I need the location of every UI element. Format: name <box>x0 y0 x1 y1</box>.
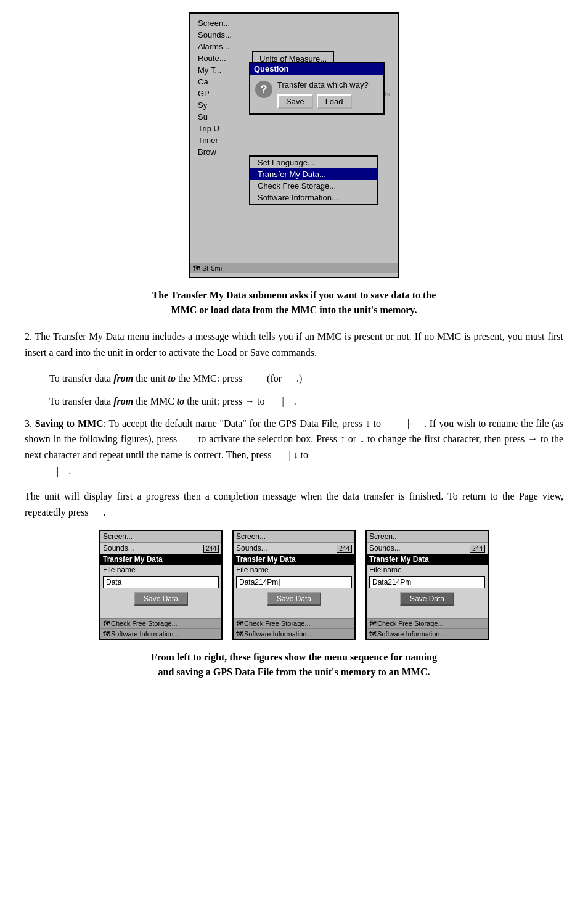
device-screen-1: Screen... Sounds... 244 Transfer My Data… <box>99 530 223 640</box>
paragraph2: 2. The Transfer My Data menu includes a … <box>25 329 563 360</box>
save-btn-row-2: Save Data <box>236 592 352 606</box>
menu-item-sounds[interactable]: Sounds... <box>190 29 398 41</box>
input-2[interactable]: Data214Pm <box>236 576 352 588</box>
dialog-title: Question <box>250 63 383 75</box>
field-label-1: File name <box>100 565 221 575</box>
sounds-3: Sounds... 244 <box>367 543 488 554</box>
bottom-icon-1: 🗺 <box>103 620 110 627</box>
sounds-1: Sounds... 244 <box>100 543 221 554</box>
section-header-2: Transfer My Data <box>234 554 354 565</box>
device-bottom-bar-3b: 🗺 Software Information... <box>367 628 488 639</box>
device-bottom-bar-3: 🗺 Check Free Storage... <box>367 618 488 628</box>
to-italic1: to <box>168 373 176 384</box>
saving-to-mmc-label: Saving to MMC <box>35 418 104 429</box>
top-screenshot-container: Screen... Sounds... Alarms... Route... M… <box>25 12 563 278</box>
load-button[interactable]: Load <box>317 94 352 109</box>
indented-line1: To transfer data from the unit to the MM… <box>49 370 563 388</box>
status-distance: 5mi <box>211 265 222 272</box>
indented-line2: To transfer data from the MMC to the uni… <box>49 393 563 411</box>
bottom-icon-3b: 🗺 <box>369 630 376 638</box>
device-screen-2: Screen... Sounds... 244 Transfer My Data… <box>232 530 356 640</box>
section-header-1: Transfer My Data <box>100 554 221 565</box>
device-bottom-bar-1: 🗺 Check Free Storage... <box>100 618 221 628</box>
badge-2: 244 <box>337 545 352 553</box>
save-button[interactable]: Save <box>277 94 313 109</box>
submenu-set-language[interactable]: Set Language... <box>250 157 377 168</box>
badge-3: 244 <box>470 545 485 553</box>
screen-label-3: Screen... <box>369 532 399 541</box>
bottom-icon-3: 🗺 <box>369 620 376 627</box>
device-bottom-bar-1b: 🗺 Software Information... <box>100 628 221 639</box>
software-info-3[interactable]: Software Information... <box>377 630 446 638</box>
dialog-buttons: Save Load <box>277 94 369 109</box>
section-header-3: Transfer My Data <box>367 554 488 565</box>
screen-label-1: Screen... <box>103 532 133 541</box>
submenu-transfer-my-data[interactable]: Transfer My Data... <box>250 168 377 180</box>
check-storage-1[interactable]: Check Free Storage... <box>111 620 178 627</box>
check-storage-2[interactable]: Check Free Storage... <box>244 620 311 627</box>
field-label-3: File name <box>367 565 488 575</box>
save-btn-row-3: Save Data <box>369 592 485 606</box>
screen-label-2: Screen... <box>236 532 266 541</box>
question-dialog: Question ? Transfer data which way? Save… <box>249 62 385 115</box>
field-label-2: File name <box>234 565 354 575</box>
sounds-2: Sounds... 244 <box>234 543 354 554</box>
software-info-2[interactable]: Software Information... <box>244 630 312 638</box>
from-italic1: from <box>113 373 133 384</box>
menu-item-timer[interactable]: Timer <box>190 134 398 146</box>
status-icon: 🗺 <box>193 265 200 272</box>
bottom-screenshots-row: Screen... Sounds... 244 Transfer My Data… <box>25 530 563 640</box>
dialog-message: Transfer data which way? <box>277 80 369 91</box>
status-text: St <box>202 265 208 272</box>
device-top-bar-3: Screen... <box>367 531 488 543</box>
check-storage-3[interactable]: Check Free Storage... <box>377 620 444 627</box>
save-data-button-2[interactable]: Save Data <box>267 592 321 606</box>
save-btn-row-1: Save Data <box>103 592 219 606</box>
caption1: The Transfer My Data submenu asks if you… <box>25 288 563 318</box>
save-data-button-1[interactable]: Save Data <box>134 592 188 606</box>
bottom-icon-2: 🗺 <box>236 620 243 627</box>
device-top-bar-2: Screen... <box>234 531 354 543</box>
caption2: From left to right, these figures show t… <box>25 650 563 680</box>
device-bottom-bar-2b: 🗺 Software Information... <box>234 628 354 639</box>
input-3[interactable]: Data214Pm <box>369 576 485 588</box>
to-italic2: to <box>177 396 184 406</box>
question-icon: ? <box>255 81 272 98</box>
bottom-icon-1b: 🗺 <box>103 630 110 638</box>
submenu: Set Language... Transfer My Data... Chec… <box>249 155 378 205</box>
from-italic2: from <box>113 396 133 406</box>
device-screen-3: Screen... Sounds... 244 Transfer My Data… <box>365 530 489 640</box>
device-bottom-bar-2: 🗺 Check Free Storage... <box>234 618 354 628</box>
save-data-button-3[interactable]: Save Data <box>400 592 454 606</box>
input-1[interactable]: Data <box>103 576 219 588</box>
submenu-software-information[interactable]: Software Information... <box>250 192 377 204</box>
paragraph3: 3. Saving to MMC: To accept the default … <box>25 416 563 479</box>
dialog-body: ? Transfer data which way? Save Load <box>250 75 383 113</box>
device-top-bar-1: Screen... <box>100 531 221 543</box>
menu-status-bar: 🗺 St 5mi <box>190 263 398 273</box>
paragraph4: The unit will display first a progress t… <box>25 488 563 520</box>
main-menu: Screen... Sounds... Alarms... Route... M… <box>189 12 399 278</box>
menu-item-screen[interactable]: Screen... <box>190 17 398 29</box>
badge-1: 244 <box>203 545 219 553</box>
bottom-icon-2b: 🗺 <box>236 630 243 638</box>
menu-item-trip[interactable]: Trip U <box>190 123 398 134</box>
software-info-1[interactable]: Software Information... <box>111 630 179 638</box>
submenu-check-free-storage[interactable]: Check Free Storage... <box>250 180 377 192</box>
